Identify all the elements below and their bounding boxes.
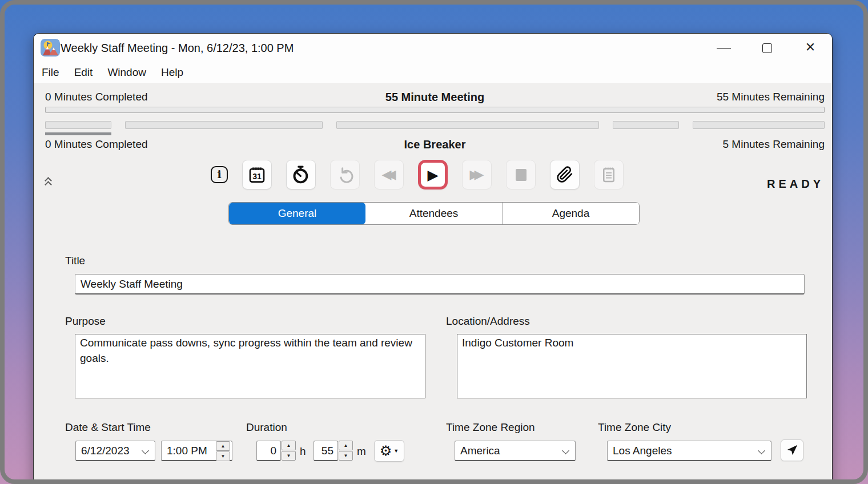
stop-button: [506, 160, 536, 189]
start-time-spinner[interactable]: 1:00 PM ▲ ▼: [161, 441, 232, 461]
timezone-city-value: Los Angeles: [613, 445, 672, 457]
timezone-region-value: America: [460, 445, 500, 457]
status-badge: READY: [767, 178, 824, 191]
duration-label: Duration: [246, 421, 287, 434]
attachment-button[interactable]: [550, 160, 580, 189]
hours-up-button[interactable]: ▲: [282, 441, 296, 450]
playback-toolbar: i31◀◀▶▶▶: [211, 159, 624, 190]
title-bar: Weekly Staff Meeting - Mon, 6/12/23, 1:0…: [34, 34, 832, 62]
fast-forward-icon: ▶▶: [470, 168, 484, 181]
duration-minutes-input[interactable]: 55: [314, 441, 338, 461]
paperclip-icon: [556, 166, 573, 183]
minutes-unit-label: m: [357, 445, 366, 458]
app-icon: [41, 39, 60, 57]
timezone-city-label: Time Zone City: [598, 421, 671, 434]
tab-agenda[interactable]: Agenda: [503, 203, 639, 224]
duration-hours-input[interactable]: 0: [256, 441, 281, 461]
agenda-segment-2: [125, 121, 322, 129]
chevron-down-icon: [562, 447, 569, 454]
clipped-bottom-icon: [786, 481, 806, 484]
desktop-background: Weekly Staff Meeting - Mon, 6/12/23, 1:0…: [0, 0, 868, 484]
date-start-time-label: Date & Start Time: [65, 421, 151, 434]
meeting-app-window: Weekly Staff Meeting - Mon, 6/12/23, 1:0…: [33, 33, 833, 484]
timezone-region-select[interactable]: America: [455, 441, 576, 461]
stop-icon: [516, 169, 527, 181]
info-button[interactable]: i: [211, 166, 228, 183]
notes-button: [594, 160, 624, 189]
agenda-completed-label: 0 Minutes Completed: [45, 138, 148, 151]
tab-attendees[interactable]: Attendees: [365, 203, 503, 224]
menu-bar: FileEditWindowHelp: [34, 62, 832, 83]
title-input[interactable]: Weekly Staff Meeting: [75, 274, 805, 295]
maximize-button[interactable]: [745, 34, 789, 62]
close-icon: ×: [806, 39, 815, 55]
stopwatch-icon: [291, 165, 311, 184]
window-title: Weekly Staff Meeting - Mon, 6/12/23, 1:0…: [61, 34, 294, 62]
purpose-label: Purpose: [65, 315, 106, 328]
menu-item-edit[interactable]: Edit: [74, 66, 93, 79]
calendar-31-icon: 31: [248, 166, 266, 184]
menu-item-help[interactable]: Help: [161, 66, 183, 79]
tab-general[interactable]: General: [229, 203, 365, 224]
duration-minutes-value: 55: [322, 445, 333, 457]
rewind-icon: ◀◀: [382, 168, 396, 181]
start-time-value: 1:00 PM: [167, 445, 207, 457]
duration-hours-value: 0: [270, 445, 276, 457]
location-label: Location/Address: [446, 315, 530, 328]
purpose-textarea[interactable]: Communicate pass downs, sync progress wi…: [75, 334, 425, 398]
agenda-progress-row: 0 Minutes Completed Ice Breaker 5 Minute…: [45, 138, 825, 152]
title-label: Title: [65, 255, 85, 267]
hours-down-button[interactable]: ▼: [282, 451, 296, 461]
maximize-icon: [762, 43, 772, 53]
collapse-progress-button[interactable]: [45, 178, 53, 188]
tab-bar: GeneralAttendeesAgenda: [228, 202, 640, 225]
fast-forward-button: ▶▶: [462, 160, 492, 189]
agenda-segment-bars: [45, 121, 825, 129]
agenda-segment-5: [693, 121, 825, 129]
menu-item-file[interactable]: File: [42, 66, 59, 79]
hours-unit-label: h: [300, 445, 306, 458]
menu-item-window[interactable]: Window: [107, 66, 146, 79]
agenda-segment-4: [613, 121, 679, 129]
reset-arrow-icon: [336, 166, 353, 183]
dropdown-arrow-icon: ▼: [393, 448, 399, 454]
timezone-region-label: Time Zone Region: [446, 421, 535, 434]
date-value: 6/12/2023: [81, 445, 130, 457]
agenda-segment-3: [336, 121, 599, 129]
duration-options-button[interactable]: ⚙ ▼: [374, 440, 404, 462]
gear-icon: ⚙: [380, 444, 392, 458]
overall-meeting-label: 55 Minute Meeting: [385, 91, 484, 104]
timer-button[interactable]: [286, 160, 316, 189]
minutes-up-button[interactable]: ▲: [339, 441, 353, 450]
agenda-segment-1: [45, 121, 111, 129]
agenda-current-item-label: Ice Breaker: [404, 138, 466, 151]
overall-progress-bar: [45, 107, 825, 113]
reset-button: [330, 160, 360, 189]
minimize-icon: [717, 48, 731, 49]
calendar-button[interactable]: 31: [242, 160, 272, 189]
minutes-down-button[interactable]: ▼: [339, 451, 353, 461]
timezone-city-select[interactable]: Los Angeles: [607, 441, 771, 461]
rewind-button: ◀◀: [374, 160, 404, 189]
navigation-arrow-icon: [786, 444, 798, 457]
title-value: Weekly Staff Meeting: [81, 278, 183, 291]
play-button[interactable]: ▶: [418, 160, 448, 189]
time-down-button[interactable]: ▼: [216, 451, 230, 461]
location-textarea[interactable]: Indigo Customer Room: [457, 334, 807, 398]
play-icon: ▶: [427, 168, 438, 182]
info-icon: i: [211, 166, 228, 183]
date-select[interactable]: 6/12/2023: [75, 441, 155, 461]
agenda-remaining-label: 5 Minutes Remaining: [723, 138, 825, 151]
close-button[interactable]: ×: [789, 34, 832, 62]
overall-progress-row: 0 Minutes Completed 55 Minute Meeting 55…: [45, 91, 825, 104]
chevron-down-icon: [142, 447, 149, 454]
overall-remaining-label: 55 Minutes Remaining: [717, 91, 825, 103]
time-up-button[interactable]: ▲: [216, 441, 230, 451]
svg-text:31: 31: [252, 172, 262, 181]
chevron-down-icon: [758, 447, 765, 454]
minimize-button[interactable]: [702, 34, 745, 62]
overall-completed-label: 0 Minutes Completed: [45, 91, 148, 103]
clipboard-icon: [600, 166, 617, 183]
timezone-locate-button[interactable]: [781, 439, 803, 461]
